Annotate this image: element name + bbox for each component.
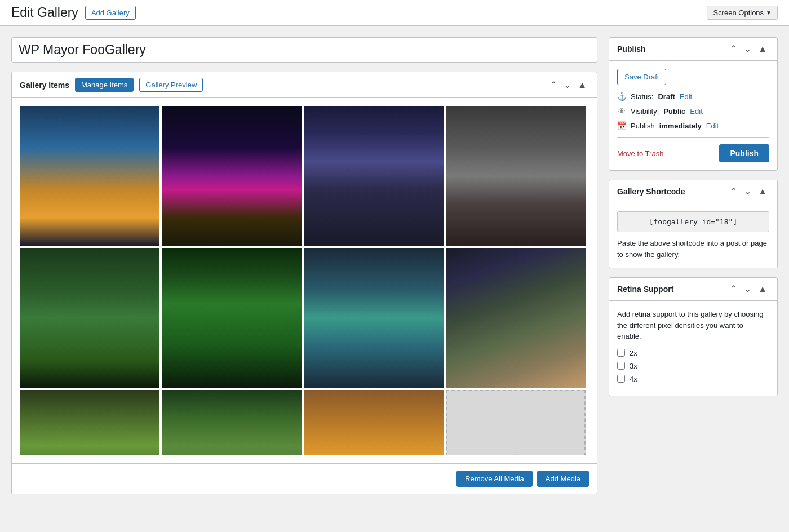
plus-icon: +: [509, 450, 521, 455]
image-cell-9[interactable]: [20, 390, 159, 455]
status-icon: ⚓: [617, 92, 626, 101]
gallery-items-footer: Remove All Media Add Media: [12, 463, 597, 494]
image-cell-2[interactable]: [162, 106, 302, 246]
main-content: Gallery Items Manage Items Gallery Previ…: [0, 26, 789, 506]
calendar-icon: 📅: [617, 121, 626, 130]
image-grid-scroll[interactable]: +: [20, 106, 589, 455]
retina-collapse-up[interactable]: ⌃: [728, 283, 739, 295]
retina-collapse-down[interactable]: ⌄: [742, 283, 753, 295]
tab-gallery-preview[interactable]: Gallery Preview: [139, 78, 203, 92]
status-label: Status:: [631, 92, 653, 101]
shortcode-box[interactable]: [foogallery id="18"]: [617, 211, 769, 232]
image-cell-8[interactable]: [446, 248, 586, 388]
panel-controls: ⌃ ⌄ ▲: [547, 79, 589, 91]
retina-panel-body: Add retina support to this gallery by ch…: [609, 301, 777, 396]
status-value: Draft: [658, 92, 675, 101]
move-to-trash-link[interactable]: Move to Trash: [617, 149, 663, 158]
retina-3x-label: 3x: [630, 362, 637, 370]
manage-items-label: Manage Items: [81, 81, 127, 89]
gallery-items-panel: Gallery Items Manage Items Gallery Previ…: [11, 72, 597, 494]
collapse-up-button[interactable]: ⌃: [547, 79, 559, 91]
publish-edit-link[interactable]: Edit: [706, 122, 719, 130]
shortcode-value: [foogallery id="18"]: [649, 218, 738, 226]
status-row: ⚓ Status: Draft Edit: [617, 92, 769, 101]
image-cell-11[interactable]: [304, 390, 444, 455]
add-media-button[interactable]: Add Media: [537, 471, 589, 487]
retina-2x-checkbox[interactable]: [617, 349, 625, 357]
image-cell-6[interactable]: [162, 248, 302, 388]
visibility-row: 👁 Visibility: Public Edit: [617, 107, 769, 116]
image-cell-3[interactable]: [304, 106, 444, 246]
retina-2x-row: 2x: [617, 349, 769, 357]
publish-panel-body: Save Draft ⚓ Status: Draft Edit 👁 Visibi…: [609, 61, 777, 170]
chevron-down-icon: ▼: [766, 10, 772, 16]
retina-panel-title: Retina Support: [617, 285, 673, 294]
gallery-preview-label: Gallery Preview: [145, 81, 197, 89]
left-column: Gallery Items Manage Items Gallery Previ…: [11, 37, 597, 494]
image-cell-7[interactable]: [304, 248, 444, 388]
add-gallery-button[interactable]: Add Gallery: [85, 6, 136, 20]
shortcode-collapse-up[interactable]: ⌃: [728, 186, 739, 197]
publish-value: immediately: [659, 122, 702, 130]
retina-4x-label: 4x: [630, 375, 637, 383]
gallery-title-input[interactable]: [11, 37, 597, 63]
tab-manage-items[interactable]: Manage Items: [75, 78, 134, 92]
image-cell-4[interactable]: [446, 106, 586, 246]
gallery-shortcode-panel: Gallery Shortcode ⌃ ⌄ ▲ [foogallery id="…: [609, 180, 778, 268]
screen-options-label: Screen Options: [713, 8, 764, 17]
image-grid: +: [20, 106, 586, 455]
status-edit-link[interactable]: Edit: [680, 92, 692, 101]
retina-support-panel: Retina Support ⌃ ⌄ ▲ Add retina support …: [609, 277, 778, 396]
gallery-items-title: Gallery Items: [20, 81, 69, 90]
shortcode-panel-controls: ⌃ ⌄ ▲: [728, 186, 769, 197]
image-cell-5[interactable]: [20, 248, 159, 388]
save-draft-button[interactable]: Save Draft: [617, 69, 666, 85]
top-bar: Edit Gallery Add Gallery Screen Options …: [0, 0, 789, 26]
visibility-label: Visibility:: [631, 107, 659, 116]
retina-panel-controls: ⌃ ⌄ ▲: [728, 283, 769, 295]
top-bar-left: Edit Gallery Add Gallery: [11, 6, 136, 20]
retina-4x-row: 4x: [617, 375, 769, 383]
publish-label: Publish: [631, 122, 655, 130]
shortcode-panel-body: [foogallery id="18"] Paste the above sho…: [609, 203, 777, 268]
toggle-button[interactable]: ▲: [575, 79, 589, 91]
right-column: Publish ⌃ ⌄ ▲ Save Draft ⚓ Status: Draft…: [609, 37, 778, 494]
shortcode-panel-title: Gallery Shortcode: [617, 187, 685, 196]
visibility-value: Public: [663, 107, 685, 116]
publish-panel: Publish ⌃ ⌄ ▲ Save Draft ⚓ Status: Draft…: [609, 37, 778, 171]
publish-panel-header: Publish ⌃ ⌄ ▲: [609, 38, 777, 61]
shortcode-panel-header: Gallery Shortcode ⌃ ⌄ ▲: [609, 180, 777, 203]
publish-collapse-down[interactable]: ⌄: [742, 43, 753, 55]
publish-panel-controls: ⌃ ⌄ ▲: [728, 43, 769, 55]
add-image-cell[interactable]: +: [446, 390, 586, 455]
gallery-items-header: Gallery Items Manage Items Gallery Previ…: [12, 72, 597, 98]
retina-panel-header: Retina Support ⌃ ⌄ ▲: [609, 278, 777, 301]
publish-collapse-up[interactable]: ⌃: [728, 43, 739, 55]
image-cell-10[interactable]: [162, 390, 302, 455]
retina-3x-checkbox[interactable]: [617, 362, 625, 370]
shortcode-collapse-down[interactable]: ⌄: [742, 186, 753, 197]
remove-all-media-button[interactable]: Remove All Media: [456, 471, 533, 487]
retina-description: Add retina support to this gallery by ch…: [617, 309, 769, 342]
gallery-items-body: +: [12, 98, 597, 463]
visibility-icon: 👁: [617, 107, 626, 116]
visibility-edit-link[interactable]: Edit: [690, 107, 702, 116]
page-title: Edit Gallery: [11, 6, 78, 19]
publish-panel-title: Publish: [617, 45, 646, 54]
publish-time-row: 📅 Publish immediately Edit: [617, 121, 769, 130]
screen-options-button[interactable]: Screen Options ▼: [707, 6, 778, 20]
publish-actions: Move to Trash Publish: [617, 137, 769, 162]
publish-button[interactable]: Publish: [719, 144, 769, 162]
panel-header-left: Gallery Items Manage Items Gallery Previ…: [20, 78, 203, 92]
image-cell-1[interactable]: [20, 106, 159, 246]
shortcode-toggle[interactable]: ▲: [756, 186, 769, 197]
retina-2x-label: 2x: [630, 349, 637, 357]
publish-toggle[interactable]: ▲: [756, 43, 769, 55]
shortcode-description: Paste the above shortcode into a post or…: [617, 238, 769, 260]
collapse-down-button[interactable]: ⌄: [561, 79, 573, 91]
retina-toggle[interactable]: ▲: [756, 283, 769, 295]
retina-3x-row: 3x: [617, 362, 769, 370]
retina-4x-checkbox[interactable]: [617, 375, 625, 383]
